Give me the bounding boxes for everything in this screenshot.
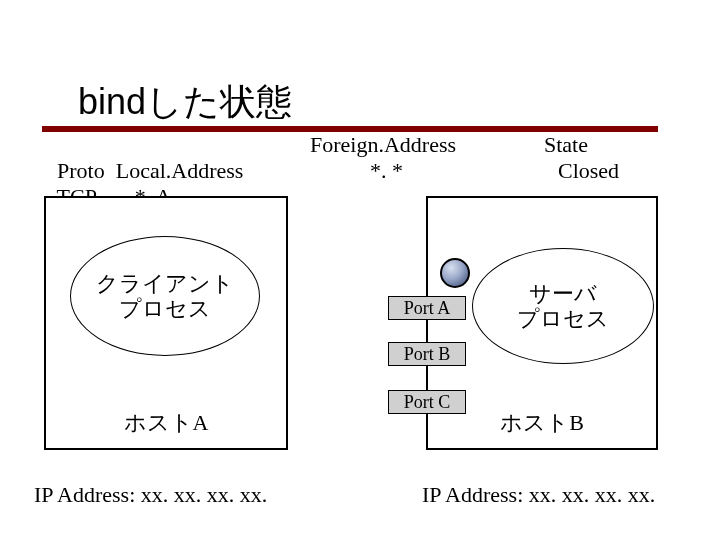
row-foreign-value: *. *: [370, 158, 403, 184]
bound-port-indicator-icon: [440, 258, 470, 288]
server-process-ellipse: サーバプロセス: [472, 248, 654, 364]
host-a-ip: IP Address: xx. xx. xx. xx.: [34, 482, 267, 508]
port-b-box: Port B: [388, 342, 466, 366]
client-process-ellipse: クライアントプロセス: [70, 236, 260, 356]
host-b-ip: IP Address: xx. xx. xx. xx.: [422, 482, 655, 508]
host-a-label: ホストA: [46, 408, 286, 438]
port-c-box: Port C: [388, 390, 466, 414]
server-process-label: サーバプロセス: [517, 281, 609, 332]
port-a-box: Port A: [388, 296, 466, 320]
col-foreign-label: Foreign.Address: [310, 132, 456, 158]
slide-title: bindした状態: [78, 78, 292, 127]
client-process-label: クライアントプロセス: [96, 271, 234, 322]
col-state-label: State: [544, 132, 588, 158]
row-state-value: Closed: [558, 158, 619, 184]
